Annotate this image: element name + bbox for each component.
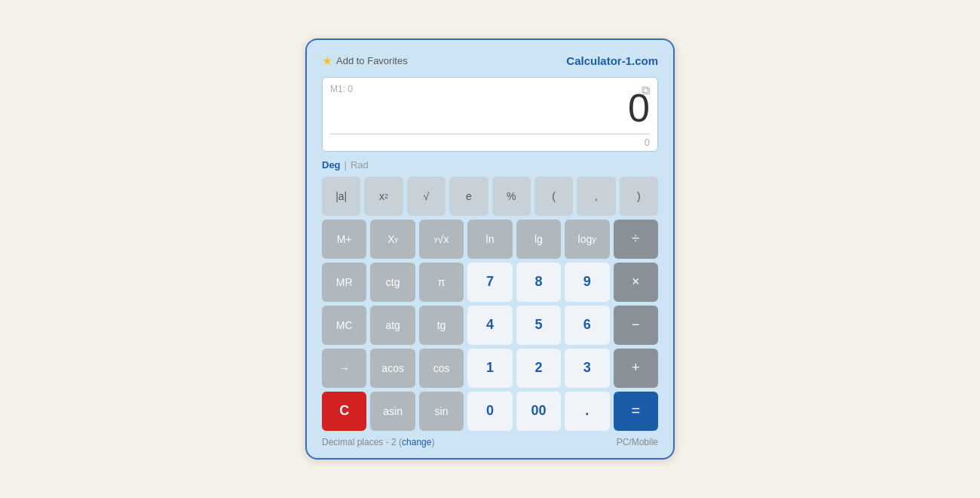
site-title: Calculator-1.com <box>566 54 658 67</box>
nine-button[interactable]: 9 <box>565 263 609 302</box>
seven-button[interactable]: 7 <box>467 263 512 302</box>
euler-button[interactable]: e <box>449 177 488 216</box>
comma-button[interactable]: , <box>577 177 615 216</box>
square-button[interactable]: x2 <box>364 177 403 216</box>
decimal-button[interactable]: . <box>565 392 609 431</box>
header: ★ Add to Favorites Calculator-1.com <box>322 54 658 68</box>
mr-button[interactable]: MR <box>322 263 366 302</box>
ln-button[interactable]: ln <box>467 220 512 259</box>
multiply-button[interactable]: × <box>614 263 658 302</box>
sub-display: 0 <box>330 136 650 148</box>
display-area: M1: 0 ⧉ 0 0 <box>322 77 658 151</box>
two-button[interactable]: 2 <box>516 349 561 388</box>
four-button[interactable]: 4 <box>467 306 512 345</box>
asin-button[interactable]: asin <box>370 392 415 431</box>
buttons-grid: |a| x2 √ e % ( , ) M+ Xy y√x ln lg logy … <box>322 177 658 431</box>
footer: Decimal places - 2 (change) PC/Mobile <box>322 437 658 447</box>
add-favorites-link[interactable]: ★ Add to Favorites <box>322 54 408 68</box>
clear-button[interactable]: C <box>322 392 366 431</box>
lg-button[interactable]: lg <box>516 220 561 259</box>
six-button[interactable]: 6 <box>565 306 609 345</box>
clipboard-icon[interactable]: ⧉ <box>642 84 650 97</box>
nth-root-button[interactable]: y√x <box>419 220 464 259</box>
btn-row-5: → acos cos 1 2 3 + <box>322 349 658 388</box>
footer-decimal: Decimal places - 2 (change) <box>322 437 434 447</box>
m-plus-button[interactable]: M+ <box>322 220 366 259</box>
btn-row-1: |a| x2 √ e % ( , ) <box>322 177 658 216</box>
sin-button[interactable]: sin <box>419 392 464 431</box>
btn-row-2: M+ Xy y√x ln lg logy ÷ <box>322 220 658 259</box>
abs-button[interactable]: |a| <box>322 177 360 216</box>
five-button[interactable]: 5 <box>516 306 561 345</box>
open-paren-button[interactable]: ( <box>534 177 573 216</box>
add-button[interactable]: + <box>614 349 658 388</box>
power-button[interactable]: Xy <box>370 220 415 259</box>
eight-button[interactable]: 8 <box>516 263 561 302</box>
deg-rad-row: Deg | Rad <box>322 159 658 171</box>
divide-button[interactable]: ÷ <box>614 220 658 259</box>
pi-button[interactable]: π <box>419 263 464 302</box>
atg-button[interactable]: atg <box>370 306 415 345</box>
sqrt-button[interactable]: √ <box>407 177 446 216</box>
mode-separator: | <box>345 159 347 171</box>
double-zero-button[interactable]: 00 <box>516 392 561 431</box>
platform-label: PC/Mobile <box>617 437 658 447</box>
display-divider <box>330 134 650 134</box>
btn-row-3: MR ctg π 7 8 9 × <box>322 263 658 302</box>
tg-button[interactable]: tg <box>419 306 464 345</box>
btn-row-6: C asin sin 0 00 . = <box>322 392 658 431</box>
equals-button[interactable]: = <box>614 392 658 431</box>
decimal-label: Decimal places - 2 <box>322 437 397 447</box>
percent-button[interactable]: % <box>492 177 531 216</box>
memory-label: M1: 0 <box>330 84 353 94</box>
mc-button[interactable]: MC <box>322 306 366 345</box>
favorites-label: Add to Favorites <box>336 55 408 66</box>
acos-button[interactable]: acos <box>370 349 415 388</box>
calculator: ★ Add to Favorites Calculator-1.com M1: … <box>305 38 675 459</box>
main-display: 0 <box>330 84 650 131</box>
cos-button[interactable]: cos <box>419 349 464 388</box>
ctg-button[interactable]: ctg <box>370 263 415 302</box>
subtract-button[interactable]: − <box>614 306 658 345</box>
deg-button[interactable]: Deg <box>322 159 341 171</box>
star-icon: ★ <box>322 54 332 68</box>
btn-row-4: MC atg tg 4 5 6 − <box>322 306 658 345</box>
arrow-button[interactable]: → <box>322 349 366 388</box>
one-button[interactable]: 1 <box>467 349 512 388</box>
close-paren-button[interactable]: ) <box>620 177 658 216</box>
rad-button[interactable]: Rad <box>351 159 369 171</box>
logy-button[interactable]: logy <box>565 220 609 259</box>
zero-button[interactable]: 0 <box>467 392 512 431</box>
change-link[interactable]: change <box>402 437 431 447</box>
three-button[interactable]: 3 <box>565 349 609 388</box>
